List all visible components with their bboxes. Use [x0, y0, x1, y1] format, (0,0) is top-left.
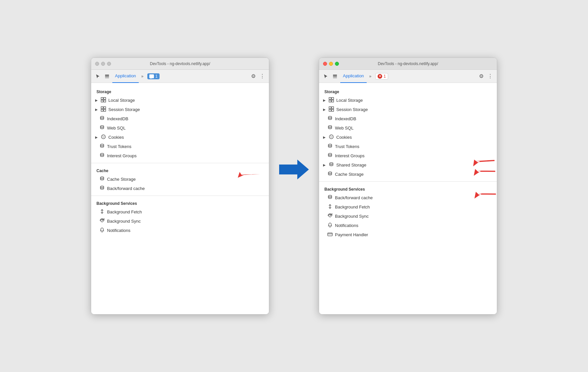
svg-point-34: [328, 116, 332, 118]
more-tabs-after[interactable]: »: [368, 74, 373, 79]
svg-point-14: [102, 136, 103, 136]
svg-point-19: [100, 153, 104, 155]
close-button-after[interactable]: [323, 62, 327, 66]
grid-icon-session-after: [328, 106, 334, 113]
sidebar-item-backforward-after[interactable]: Back/forward cache: [319, 193, 497, 202]
svg-rect-24: [333, 76, 337, 77]
expand-shared: ▶: [323, 163, 326, 167]
sidebar-item-notifications-after[interactable]: Notifications: [319, 221, 497, 230]
db-icon-trust-after: [327, 143, 333, 150]
maximize-button-before[interactable]: [107, 62, 111, 66]
svg-point-16: [103, 137, 103, 138]
more-tabs-before[interactable]: »: [140, 74, 145, 79]
layers-icon-after[interactable]: [331, 72, 339, 80]
sidebar-item-bg-fetch-after[interactable]: Background Fetch: [319, 202, 497, 211]
svg-rect-8: [104, 107, 106, 109]
sidebar-item-interest-groups-after[interactable]: Interest Groups: [319, 151, 497, 160]
svg-rect-30: [329, 107, 331, 109]
svg-rect-9: [101, 109, 103, 111]
cache-storage-row-wrapper: Cache Storage: [319, 169, 497, 179]
db-icon-cache-after: [327, 171, 333, 177]
maximize-button-after[interactable]: [335, 62, 339, 66]
db-icon-indexed: [99, 116, 105, 122]
svg-rect-33: [332, 109, 334, 111]
expand-local-after: ▶: [323, 98, 326, 102]
background-header-after: Background Services: [319, 184, 497, 193]
minimize-button-after[interactable]: [329, 62, 333, 66]
bell-icon: [99, 227, 105, 234]
db-icon-backforward-after: [327, 195, 333, 201]
svg-rect-5: [101, 100, 103, 102]
sidebar-item-payment-handler-after[interactable]: Payment Handler: [319, 230, 497, 239]
settings-icon-after[interactable]: ⚙: [478, 73, 485, 79]
svg-rect-32: [329, 109, 331, 111]
sidebar-item-cookies-after[interactable]: ▶ Cookies: [319, 132, 497, 142]
svg-marker-22: [279, 160, 309, 179]
toolbar-after: Application » ✕ 1 ⚙ ⋮: [319, 70, 497, 83]
svg-rect-4: [104, 97, 106, 99]
sidebar-item-session-storage-after[interactable]: ▶ Session Storage: [319, 105, 497, 114]
more-options-before[interactable]: ⋮: [258, 73, 266, 79]
svg-point-18: [100, 144, 104, 145]
devtools-window-before: DevTools - ng-devtools.netlify.app/ Appl…: [91, 57, 269, 315]
sidebar-item-cookies-before[interactable]: ▶ Cookies: [91, 132, 269, 142]
sidebar-item-websql-after[interactable]: Web SQL: [319, 123, 497, 132]
svg-rect-10: [104, 109, 106, 111]
sidebar-item-session-storage-before[interactable]: ▶ Session Storage: [91, 105, 269, 114]
svg-point-43: [330, 163, 333, 164]
db-icon-interest-after: [327, 153, 333, 159]
svg-point-37: [330, 136, 331, 136]
svg-rect-23: [333, 75, 337, 76]
sidebar-item-indexeddb-before[interactable]: IndexedDB: [91, 114, 269, 123]
sidebar-item-trust-tokens-before[interactable]: Trust Tokens: [91, 142, 269, 151]
arrow-updown-icon-after: [327, 204, 333, 210]
sidebar-item-bg-sync-after[interactable]: Background Sync: [319, 211, 497, 221]
sidebar-item-local-storage-after[interactable]: ▶ Local Storage: [319, 95, 497, 105]
svg-point-41: [328, 144, 332, 145]
background-header-before: Background Services: [91, 199, 269, 207]
db-icon-websql-after: [327, 125, 333, 131]
svg-point-47: [328, 195, 332, 197]
cursor-icon-after[interactable]: [322, 72, 330, 80]
cursor-icon-before[interactable]: [94, 72, 102, 80]
divider-background: [91, 196, 269, 196]
db-icon-backforward: [99, 185, 105, 192]
svg-point-38: [332, 136, 332, 137]
tab-application-after[interactable]: Application: [340, 70, 367, 83]
sidebar-item-local-storage-before[interactable]: ▶ Local Storage: [91, 95, 269, 105]
db-icon-interest: [99, 153, 105, 159]
traffic-lights-after: [323, 62, 339, 66]
sidebar-item-websql-before[interactable]: Web SQL: [91, 123, 269, 132]
sidebar-item-backforward-before[interactable]: Back/forward cache: [91, 184, 269, 193]
sidebar-item-trust-tokens-after[interactable]: Trust Tokens: [319, 142, 497, 151]
window-title-before: DevTools - ng-devtools.netlify.app/: [150, 61, 210, 66]
sidebar-item-bg-sync-before[interactable]: Background Sync: [91, 216, 269, 226]
title-bar-before: DevTools - ng-devtools.netlify.app/: [91, 58, 269, 70]
sidebar-item-interest-groups-before[interactable]: Interest Groups: [91, 151, 269, 160]
layers-icon-before[interactable]: [103, 72, 111, 80]
sidebar-item-bg-fetch-before[interactable]: Background Fetch: [91, 207, 269, 216]
expand-cookies-after: ▶: [323, 135, 326, 139]
toolbar-before: Application » 1 ⚙ ⋮: [91, 70, 269, 83]
badge-before: 1: [147, 73, 160, 79]
more-options-after[interactable]: ⋮: [486, 73, 494, 79]
sync-icon: [99, 218, 105, 224]
svg-point-21: [100, 186, 104, 187]
sidebar-item-notifications-before[interactable]: Notifications: [91, 226, 269, 235]
svg-rect-25: [333, 77, 337, 78]
svg-point-42: [328, 153, 332, 155]
svg-rect-49: [328, 233, 332, 236]
tab-application-before[interactable]: Application: [112, 70, 139, 83]
db-icon-shared: [328, 162, 334, 168]
svg-rect-29: [332, 100, 334, 102]
sidebar-item-cache-storage-after[interactable]: Cache Storage: [319, 169, 497, 179]
sidebar-item-indexeddb-after[interactable]: IndexedDB: [319, 114, 497, 123]
db-icon-cache: [99, 176, 105, 182]
storage-header-after: Storage: [319, 87, 497, 95]
arrow-updown-icon: [99, 209, 105, 215]
svg-rect-0: [105, 75, 109, 76]
close-button-before[interactable]: [95, 62, 99, 66]
settings-icon-before[interactable]: ⚙: [250, 73, 257, 79]
minimize-button-before[interactable]: [101, 62, 105, 66]
cache-section-wrapper: Cache: [91, 166, 269, 174]
